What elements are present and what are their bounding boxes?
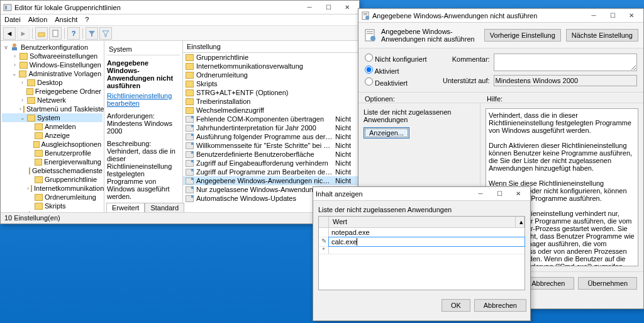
- tree-node[interactable]: Gebietsschemadienste: [2, 166, 103, 175]
- cdlg-maximize[interactable]: ☐: [490, 188, 509, 200]
- prev-setting-button[interactable]: Vorherige Einstellung: [484, 29, 561, 42]
- list-label: Liste der nicht zugelassenen Anwendungen: [318, 206, 525, 213]
- radio-enabled[interactable]: Aktiviert: [365, 65, 427, 75]
- tree-pane[interactable]: vBenutzerkonfiguration ›Softwareeinstell…: [1, 41, 104, 212]
- gpo-editor-window: Editor für lokale Gruppenrichtlinien ─ ☐…: [0, 0, 360, 224]
- list-folder[interactable]: STRG+ALT+ENTF (Optionen): [183, 88, 359, 97]
- tree-node[interactable]: ⌄Administrative Vorlagen: [2, 69, 103, 78]
- dlg-title: Angegebene Windows-Anwendungen nicht aus…: [372, 12, 584, 20]
- supported-field: [494, 75, 637, 86]
- tree-root[interactable]: vBenutzerkonfiguration: [2, 42, 103, 52]
- tree-node[interactable]: ›Windows-Einstellungen: [2, 60, 103, 69]
- menu-action[interactable]: Aktion: [28, 16, 48, 24]
- properties-button[interactable]: [49, 27, 62, 40]
- tree-node[interactable]: Ausgleichsoptionen: [2, 140, 103, 149]
- list-folder[interactable]: Gruppenrichtlinie: [183, 53, 359, 62]
- close-button[interactable]: ✕: [338, 1, 357, 14]
- menu-view[interactable]: Ansicht: [55, 16, 77, 24]
- list-policy[interactable]: Angegebene Windows-Anwendungen nicht aus…: [183, 176, 359, 185]
- minimize-button[interactable]: ─: [300, 1, 319, 14]
- list-policy[interactable]: Zugriff auf Eingabeaufforderung verhinde…: [183, 159, 359, 167]
- tree-node[interactable]: Skripts: [2, 201, 103, 210]
- tree-node[interactable]: ›Startmenü und Taskleiste: [2, 105, 103, 113]
- tree-node[interactable]: Gruppenrichtlinie: [2, 175, 103, 184]
- edit-policy-link[interactable]: Richtlinieneinstellung bearbeiten: [107, 92, 172, 107]
- tree-node[interactable]: Energieverwaltung: [2, 157, 103, 166]
- cdlg-minimize[interactable]: ─: [471, 188, 490, 200]
- value-grid[interactable]: Wert▴ notepad.exe ✎calc.exe *: [318, 216, 525, 290]
- svg-rect-0: [4, 4, 11, 11]
- list-policy[interactable]: Benutzerdefinierte BenutzeroberflächeNic…: [183, 150, 359, 159]
- maximize-button[interactable]: ☐: [319, 1, 338, 14]
- tab-extended[interactable]: Erweitert: [106, 203, 145, 212]
- svg-rect-2: [38, 33, 45, 37]
- tree-node[interactable]: Anmelden: [2, 122, 103, 131]
- next-setting-button[interactable]: Nächste Einstellung: [566, 29, 638, 42]
- comment-field[interactable]: [494, 54, 637, 71]
- supported-label: Unterstützt auf:: [440, 75, 490, 86]
- tree-node[interactable]: Anzeige: [2, 131, 103, 140]
- svg-rect-10: [364, 14, 367, 15]
- tab-standard[interactable]: Standard: [145, 203, 184, 212]
- list-policy[interactable]: Jahrhundertinterpretation für Jahr 2000N…: [183, 123, 359, 132]
- up-button[interactable]: [35, 27, 48, 40]
- back-button[interactable]: ◄: [3, 27, 16, 40]
- tree-node[interactable]: Ordnerumleitung: [2, 193, 103, 201]
- dlg-titlebar[interactable]: Angegebene Windows-Anwendungen nicht aus…: [358, 9, 643, 23]
- user-config-icon: [11, 43, 19, 51]
- svg-rect-14: [367, 33, 373, 34]
- list-policy[interactable]: Ausführung folgender Programme aus der H…: [183, 132, 359, 141]
- grid-row-new[interactable]: *: [319, 247, 525, 254]
- radio-not-configured[interactable]: Nicht konfiguriert: [365, 54, 427, 63]
- list-folder[interactable]: Ordnerumleitung: [183, 71, 359, 79]
- show-button[interactable]: Anzeigen...: [364, 127, 409, 139]
- menu-help[interactable]: ?: [85, 16, 89, 24]
- cdlg-title: Inhalt anzeigen: [316, 190, 471, 198]
- cdlg-titlebar[interactable]: Inhalt anzeigen ─ ☐ ✕: [313, 187, 530, 201]
- comment-label: Kommentar:: [440, 54, 490, 71]
- svg-point-15: [370, 36, 375, 41]
- list-policy[interactable]: Zugriff auf Programme zum Bearbeiten der…: [183, 167, 359, 176]
- list-policy[interactable]: Willkommensseite für "Erste Schritte" be…: [183, 141, 359, 150]
- policy-name: Angegebene Windows-Anwendungen nicht aus…: [107, 59, 180, 89]
- dlg-maximize[interactable]: ☐: [603, 9, 622, 22]
- svg-marker-5: [103, 31, 109, 37]
- grid-row[interactable]: notepad.exe: [319, 228, 525, 237]
- tree-node[interactable]: Benutzerprofile: [2, 149, 103, 157]
- list-folder[interactable]: Skripts: [183, 79, 359, 88]
- svg-rect-9: [364, 13, 367, 14]
- col-value[interactable]: Wert: [329, 217, 516, 227]
- dlg-heading: Angegebene Windows-Anwendungen nicht aus…: [381, 28, 479, 43]
- grid-row-editing[interactable]: ✎calc.exe: [319, 237, 525, 247]
- forward-button[interactable]: ►: [17, 27, 30, 40]
- gpo-titlebar[interactable]: Editor für lokale Gruppenrichtlinien ─ ☐…: [1, 1, 359, 14]
- tree-node[interactable]: ›Internetkommunikations: [2, 184, 103, 193]
- tree-node[interactable]: ›Desktop: [2, 78, 103, 87]
- list-folder[interactable]: Wechselmedienzugriff: [183, 106, 359, 115]
- radio-disabled[interactable]: Deaktiviert: [365, 77, 427, 87]
- filter-button[interactable]: [86, 27, 98, 40]
- help-button[interactable]: ?: [67, 27, 80, 40]
- dlg-close[interactable]: ✕: [622, 9, 641, 22]
- state-radios: Nicht konfiguriert Aktiviert Deaktiviert: [365, 54, 427, 87]
- cdlg-cancel-button[interactable]: Abbrechen: [474, 299, 526, 312]
- menubar: Datei Aktion Ansicht ?: [1, 14, 359, 26]
- tree-node[interactable]: ›Netzwerk: [2, 96, 103, 105]
- list-policy[interactable]: Fehlende COM-Komponenten übertragenNicht: [183, 115, 359, 123]
- cdlg-close[interactable]: ✕: [509, 188, 528, 200]
- show-contents-dialog: Inhalt anzeigen ─ ☐ ✕ Liste der nicht zu…: [313, 186, 531, 321]
- dlg-minimize[interactable]: ─: [584, 9, 603, 22]
- toolbar: ◄ ► ?: [1, 26, 359, 41]
- cdlg-ok-button[interactable]: OK: [441, 299, 470, 312]
- list-folder[interactable]: Internetkommunikationsverwaltung: [183, 62, 359, 71]
- filter-options-button[interactable]: [99, 27, 112, 40]
- apply-button[interactable]: Übernehmen: [578, 277, 637, 290]
- tree-node[interactable]: Freigegebene Ordner: [2, 87, 103, 96]
- col-setting[interactable]: Einstellung: [187, 43, 355, 50]
- tree-node[interactable]: ⌄System: [2, 113, 103, 122]
- tree-node[interactable]: ›Softwareeinstellungen: [2, 52, 103, 60]
- svg-point-11: [365, 16, 369, 20]
- menu-file[interactable]: Datei: [4, 16, 21, 24]
- list-folder[interactable]: Treiberinstallation: [183, 97, 359, 106]
- svg-marker-4: [89, 31, 95, 37]
